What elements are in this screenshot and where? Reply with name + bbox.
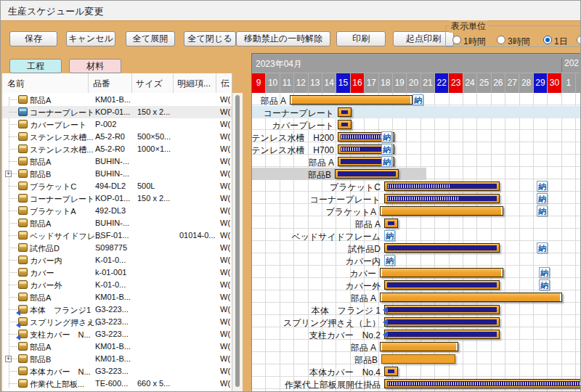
day-cell: 11 (280, 73, 294, 93)
gantt-bar[interactable] (384, 367, 398, 376)
cell-den: W( (220, 144, 230, 153)
table-row[interactable]: 部品ABUHIN-...W( (2, 217, 232, 229)
tree-leader-line (9, 272, 17, 273)
radio-1day[interactable] (543, 36, 552, 44)
item-cube-icon (18, 194, 28, 203)
gantt-bar[interactable] (384, 379, 581, 388)
cell-den: W( (220, 342, 230, 351)
cell-part: A5-2-R0 (95, 144, 125, 153)
gantt-bar[interactable] (384, 194, 500, 203)
gantt-bar[interactable] (380, 342, 458, 351)
table-row[interactable]: 部品AKM01-B...W( (2, 291, 232, 303)
cell-name: カバー (30, 268, 54, 279)
radio-partial[interactable] (577, 36, 581, 44)
unlock-move-button[interactable]: 移動禁止の一時解除 (236, 31, 330, 46)
gantt-bar[interactable] (380, 268, 503, 277)
gantt-row: 部品 A納 (252, 155, 581, 168)
gantt-bar[interactable] (384, 317, 500, 327)
tab-material[interactable]: 材料 (69, 59, 121, 73)
tree-leader-line (9, 260, 17, 261)
gantt-bar[interactable] (381, 354, 455, 364)
table-row[interactable]: +部品BKM01-B...W( (2, 353, 232, 365)
table-row[interactable]: 作業代上部板...TE-600...660 x 5...W( (2, 377, 232, 390)
item-cube-icon (18, 342, 28, 351)
gantt-bar[interactable] (384, 305, 500, 314)
table-row[interactable]: スプリング押さえ...G3-223...W( (2, 316, 232, 328)
scrollbar-thumb[interactable] (235, 95, 240, 387)
table-row[interactable]: コーナープレートKOP-01...150 x 2...W( (2, 192, 232, 205)
gantt-bar[interactable] (290, 95, 413, 105)
table-row[interactable]: ブラケットA492-DL3W( (2, 205, 232, 217)
cell-name: ステンレス水槽... (30, 144, 93, 155)
day-cell: 27 (505, 73, 519, 93)
table-row[interactable]: 部品AKM01-B...W( (2, 340, 232, 353)
table-row[interactable]: カバー内K-01-0...W( (2, 254, 232, 266)
cell-den: W( (220, 354, 230, 363)
day-cell: 30 (548, 73, 561, 93)
radio-1hour-label[interactable]: 1時間 (463, 36, 486, 48)
table-row[interactable]: 部品ABUHIN-...W( (2, 155, 232, 168)
window-titlebar: 生産スケジュール変更 (1, 1, 581, 21)
day-cell: 24 (463, 73, 477, 93)
tree-leader-line (9, 173, 17, 174)
item-cube-icon (18, 169, 28, 178)
table-row[interactable]: 支柱カバー N...G3-223...W( (2, 328, 232, 340)
radio-1hour[interactable] (452, 36, 461, 44)
expand-all-button[interactable]: 全て展開 (126, 31, 175, 46)
day-cell: 21 (421, 73, 435, 93)
table-row[interactable]: ステンレス水槽...A5-2-R0500×50...W( (2, 131, 232, 143)
day-cell: 18 (379, 73, 393, 93)
gantt-bar[interactable] (384, 330, 500, 339)
tab-process-label: 工程 (27, 61, 44, 71)
table-row[interactable]: 本体カバー N...G3-223...W( (2, 365, 232, 377)
link-arrow-icon (16, 335, 20, 340)
gantt-bar[interactable] (380, 293, 562, 302)
save-button[interactable]: 保存 (9, 31, 57, 46)
tab-process[interactable]: 工程 (9, 59, 62, 73)
gantt-row: カバー内納 (252, 254, 581, 266)
bar-fill (387, 319, 497, 324)
gantt-bar[interactable] (384, 243, 500, 253)
table-row[interactable]: カバープレートP-002W( (2, 118, 232, 131)
table-row[interactable]: 試作品DS098775W( (2, 242, 232, 254)
cell-den: W( (220, 305, 230, 314)
cell-name: スプリング押さえ... (30, 317, 102, 328)
gantt-row: コーナープレート納 (252, 192, 581, 205)
day-cell: 1 (562, 73, 576, 93)
tree-leader-line (9, 223, 17, 224)
table-row[interactable]: ステンレス水槽...A5-2-R01000×1...W( (2, 143, 232, 155)
table-row[interactable]: カバー外K-01-0...W( (2, 279, 232, 291)
gantt-bar[interactable] (338, 120, 352, 129)
gantt-bar[interactable] (384, 280, 500, 290)
column-separator (88, 73, 89, 93)
table-row[interactable]: ブラケットC494-DL2500LW( (2, 180, 232, 192)
gantt-bar[interactable] (338, 107, 352, 117)
table-row[interactable]: ベッドサイドフレ...BSF-01...01014-0...W( (2, 229, 232, 242)
table-vertical-scrollbar[interactable] (232, 93, 243, 392)
bar-fill (387, 196, 497, 201)
table-row[interactable]: 本体 フランジ1G3-223...W( (2, 303, 232, 316)
table-row[interactable]: コーナープレートKOP-01...150 x 2...W( (2, 106, 232, 118)
gantt-bar[interactable] (384, 181, 500, 191)
day-cell: 2 (576, 73, 581, 93)
radio-3hour-label[interactable]: 3時間 (508, 36, 530, 48)
radio-3hour[interactable] (497, 36, 505, 44)
column-separator (173, 73, 174, 93)
cell-size: 660 x 5... (137, 379, 170, 388)
cell-den: W( (220, 243, 230, 252)
gantt-bar[interactable] (384, 219, 398, 228)
cell-den: W( (220, 280, 230, 289)
table-row[interactable]: 部品AKM01-B...W( (2, 94, 232, 106)
process-tree-body: 部品AKM01-B...W(コーナープレートKOP-01...150 x 2..… (2, 93, 232, 392)
print-button[interactable]: 印刷 (336, 31, 386, 46)
gantt-row: ブラケットA納 (252, 205, 581, 217)
table-row[interactable]: +部品BBUHIN-...W( (2, 168, 232, 180)
gantt-bar[interactable] (380, 206, 503, 216)
collapse-all-button[interactable]: 全て閉じる (184, 31, 236, 46)
day-cell: 9 (252, 73, 266, 93)
cell-part: BUHIN-... (95, 157, 129, 166)
table-row[interactable]: カバーk-01-001W( (2, 266, 232, 279)
radio-1day-label[interactable]: 1日 (554, 36, 568, 48)
cancel-button[interactable]: キャンセル (66, 31, 115, 46)
gantt-bar[interactable] (335, 169, 399, 179)
